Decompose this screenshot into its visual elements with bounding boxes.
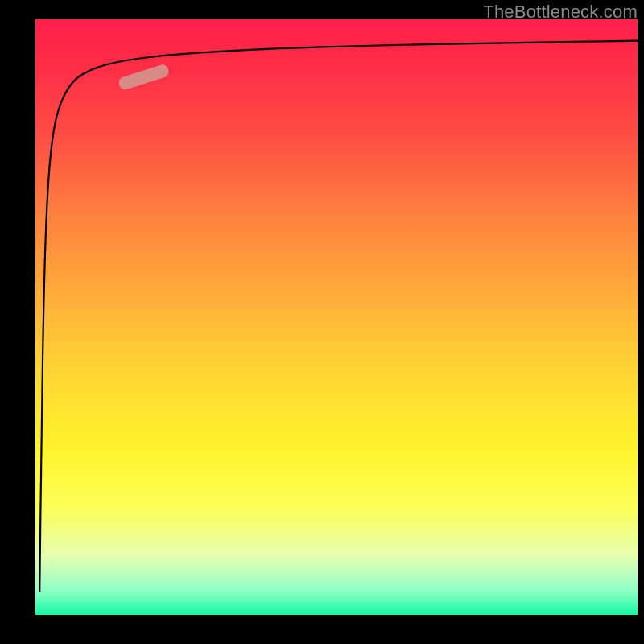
plot-gradient-area <box>35 19 638 615</box>
chart-container: TheBottleneck.com <box>0 0 644 644</box>
